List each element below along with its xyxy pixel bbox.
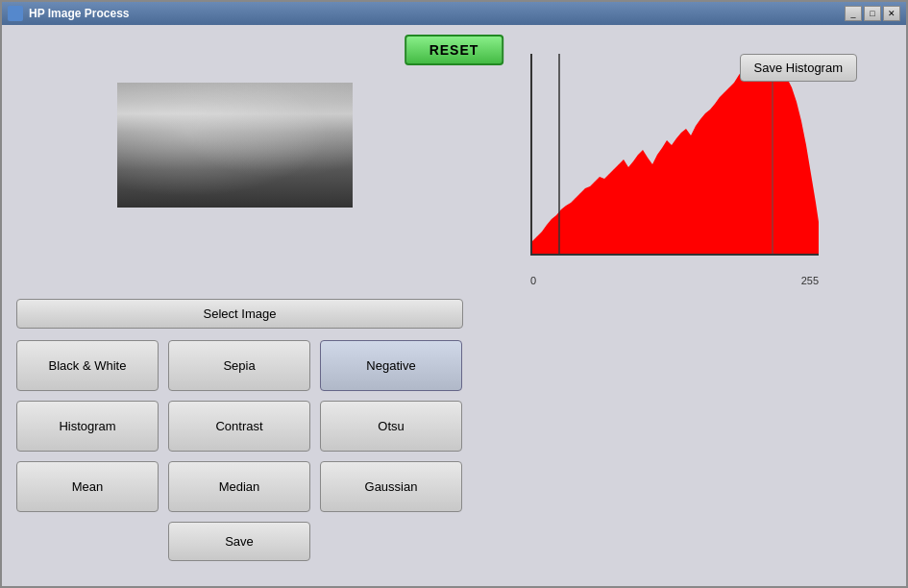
app-icon <box>8 6 23 21</box>
save-button[interactable]: Save <box>168 522 310 561</box>
minimize-button[interactable]: _ <box>845 6 862 21</box>
histogram-label-start: 0 <box>530 275 536 286</box>
negative-button[interactable]: Negative <box>320 340 462 391</box>
select-image-button[interactable]: Select Image <box>16 299 463 329</box>
main-window: HP Image Process _ □ ✕ RESET <box>0 0 908 588</box>
sepia-button[interactable]: Sepia <box>168 340 310 391</box>
gaussian-button[interactable]: Gaussian <box>320 461 462 512</box>
buttons-area: Select Image Black & White Sepia Negativ… <box>16 299 497 561</box>
reset-button[interactable]: RESET <box>405 35 504 65</box>
filter-buttons-grid: Black & White Sepia Negative Histogram C… <box>16 340 497 561</box>
otsu-button[interactable]: Otsu <box>320 401 462 452</box>
contrast-button[interactable]: Contrast <box>168 401 310 452</box>
content-area: RESET <box>2 25 906 44</box>
svg-marker-1 <box>532 55 819 254</box>
maximize-button[interactable]: □ <box>864 6 881 21</box>
canal-image <box>117 83 353 208</box>
histogram-svg <box>532 54 819 254</box>
mean-button[interactable]: Mean <box>16 461 159 512</box>
histogram-canvas <box>530 54 819 256</box>
save-histogram-button[interactable]: Save Histogram <box>740 54 857 82</box>
empty-cell-1 <box>16 522 159 561</box>
window-title: HP Image Process <box>29 7 839 20</box>
black-white-button[interactable]: Black & White <box>16 340 159 391</box>
empty-cell-2 <box>320 522 462 561</box>
close-button[interactable]: ✕ <box>883 6 900 21</box>
window-controls: _ □ ✕ <box>845 6 900 21</box>
histogram-panel: 0 255 Save Histogram <box>530 54 857 284</box>
image-display <box>117 83 353 208</box>
histogram-button[interactable]: Histogram <box>16 401 159 452</box>
histogram-label-end: 255 <box>801 275 819 286</box>
median-button[interactable]: Median <box>168 461 310 512</box>
titlebar: HP Image Process _ □ ✕ <box>2 2 906 25</box>
